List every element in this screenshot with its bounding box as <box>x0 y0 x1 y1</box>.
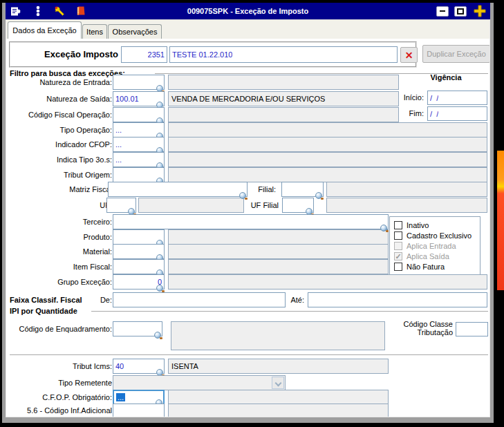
aplica-saida-checkbox <box>394 252 402 260</box>
uf-input[interactable] <box>106 198 136 213</box>
indica-tipo-3os-input[interactable]: ... <box>113 152 165 167</box>
exit-icon[interactable] <box>10 6 23 17</box>
natureza-saida-description: VENDA DE MERCADORIA E/OU SERVIÇOS <box>168 91 399 106</box>
natureza-entrada-input[interactable] <box>113 75 165 90</box>
lookup-ball-icon[interactable] <box>156 285 163 292</box>
matriz-fiscal-label: Matriz Fiscal <box>10 182 112 197</box>
natureza-saida-label: Natureza de Saída: <box>10 91 112 106</box>
cadastro-exclusivo-label: Cadastro Exclusivo <box>407 231 472 240</box>
traffic-light-icon[interactable] <box>32 6 44 17</box>
inativo-label: Inativo <box>407 221 429 229</box>
tribut-icms-input[interactable]: 40 <box>113 359 165 374</box>
uf-filial-input[interactable] <box>282 198 314 213</box>
produto-label: Produto: <box>10 229 112 245</box>
grupo-excecao-description <box>168 274 487 290</box>
tab-itens[interactable]: Itens <box>82 24 107 39</box>
codigo-enquadramento-description <box>171 321 385 350</box>
maximize-icon <box>457 8 464 15</box>
codigo-fiscal-operacao-label: Código Fiscal Operação: <box>10 107 112 122</box>
tipo-operacao-description <box>168 122 487 137</box>
item-fiscal-description <box>168 259 389 274</box>
exception-code-input[interactable]: 2351 <box>121 46 167 63</box>
vigencia-inicio-input[interactable]: / / <box>427 91 487 105</box>
duplicate-exception-button[interactable]: Duplicar Exceção <box>422 45 489 63</box>
uf-filial-description <box>326 198 487 213</box>
tribut-origem-description <box>168 167 487 182</box>
uf-label: UF: <box>10 198 112 213</box>
tabbar: Dados da Exceção Itens Observações <box>6 20 489 39</box>
exception-label: Exceção Imposto <box>16 46 118 63</box>
cfop-obrigatorio-description <box>168 390 389 405</box>
tribut-origem-label: Tribut Origem: <box>10 167 112 182</box>
aplica-saida-label: Aplica Saída <box>407 252 449 260</box>
aplica-entrada-label: Aplica Entrada <box>407 242 456 250</box>
lookup-ball-icon[interactable] <box>239 192 246 199</box>
indicador-cfop-description <box>168 137 487 152</box>
filial-input[interactable] <box>281 182 324 197</box>
tipo-remetente-label: Tipo Remetente <box>10 375 112 390</box>
codigo-enquadramento-input[interactable] <box>113 321 162 336</box>
background-accent <box>497 151 504 290</box>
minimize-button[interactable] <box>436 6 449 17</box>
aplica-entrada-checkbox <box>394 242 402 250</box>
faixa-ate-input[interactable] <box>308 292 487 307</box>
natureza-saida-input[interactable]: 100.01 <box>113 91 165 106</box>
nao-fatura-checkbox[interactable] <box>394 263 402 271</box>
tab-observacoes[interactable]: Observações <box>108 24 162 39</box>
faixa-de-input[interactable] <box>113 292 286 307</box>
faixa-de-label: De: <box>84 292 112 307</box>
cfop-obrigatorio-label: C.F.O.P. Obrigatório: <box>10 390 112 405</box>
codigo-fiscal-operacao-input[interactable] <box>113 107 165 122</box>
indicador-cfop-input[interactable]: ... <box>113 137 165 152</box>
tab-dados-da-excecao[interactable]: Dados da Exceção <box>8 21 82 39</box>
ipi-heading-rule <box>91 311 488 312</box>
codigo-fiscal-operacao-description <box>168 107 399 122</box>
grupo-excecao-label: Grupo Exceção: <box>10 274 112 290</box>
item-fiscal-input[interactable] <box>113 259 165 274</box>
material-label: Material: <box>10 244 112 259</box>
clear-exception-button[interactable]: ✕ <box>400 47 418 63</box>
desktop-strip <box>496 0 504 427</box>
filial-description <box>326 182 487 197</box>
wrench-icon[interactable] <box>53 6 66 17</box>
terceiro-label: Terceiro: <box>10 214 112 229</box>
lookup-ball-icon[interactable] <box>380 225 387 231</box>
indica-tipo-3os-label: Indica Tipo 3o.s: <box>10 152 112 167</box>
titlebar: 009075SPK - Exceção de Imposto <box>6 3 490 19</box>
tipo-operacao-label: Tipo Operação: <box>10 122 112 137</box>
form-dados-da-excecao: Exceção Imposto 2351 TESTE 01.22.010 ✕ D… <box>6 39 489 417</box>
maximize-button[interactable] <box>454 6 467 17</box>
tipo-operacao-input[interactable]: ... <box>113 122 165 137</box>
codigo-classe-tributacao-label: Código ClasseTributação <box>384 320 453 336</box>
exception-description-input[interactable]: TESTE 01.22.010 <box>169 46 398 63</box>
ipi-heading: IPI por Quantidade <box>10 306 100 316</box>
matriz-fiscal-input[interactable] <box>108 182 248 197</box>
dropdown-arrow-icon <box>272 377 284 389</box>
item-fiscal-label: Item Fiscal: <box>10 259 112 274</box>
red-x-icon: ✕ <box>405 50 413 61</box>
tribut-origem-input[interactable] <box>113 167 165 182</box>
plus-icon <box>472 4 487 18</box>
inativo-checkbox[interactable] <box>394 221 402 229</box>
codigo-classe-tributacao-input[interactable] <box>456 322 488 336</box>
minimize-icon <box>440 10 445 12</box>
material-input[interactable] <box>113 244 165 259</box>
app-window: 009075SPK - Exceção de Imposto Dados da … <box>0 0 496 427</box>
material-description <box>168 244 389 259</box>
terceiro-input[interactable] <box>113 214 389 229</box>
codigo-inf-adicional-label: 5.6 - Código Inf.Adicional <box>10 404 112 417</box>
cfop-obrigatorio-input[interactable]: ... <box>113 390 165 405</box>
grupo-excecao-input[interactable]: 0 <box>113 274 165 290</box>
close-plus-button[interactable] <box>472 4 487 18</box>
produto-description <box>168 229 389 245</box>
tribut-icms-description: ISENTA <box>168 359 389 374</box>
tipo-remetente-select <box>113 375 286 390</box>
cadastro-exclusivo-checkbox[interactable] <box>394 231 402 240</box>
lookup-ball-icon[interactable] <box>154 332 161 339</box>
book-icon[interactable] <box>75 6 87 17</box>
screen: 009075SPK - Exceção de Imposto Dados da … <box>0 0 504 427</box>
codigo-inf-adicional-input[interactable] <box>113 404 165 417</box>
vigencia-fim-input[interactable]: / / <box>427 106 487 121</box>
produto-input[interactable] <box>113 229 165 245</box>
lookup-ball-icon[interactable] <box>315 192 322 199</box>
